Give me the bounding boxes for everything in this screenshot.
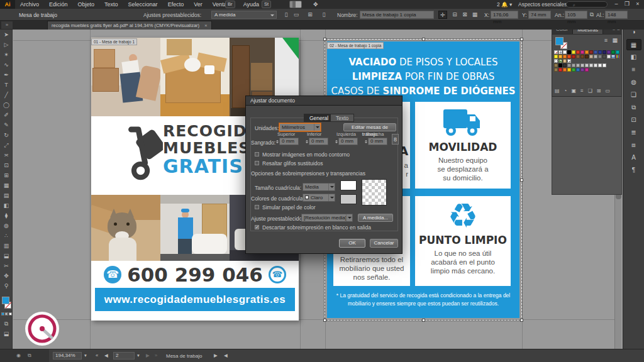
descartar-checkbox[interactable]: ✓ (255, 225, 259, 229)
restore-button[interactable]: ❐ (622, 0, 632, 8)
menu-item[interactable]: Texto (99, 0, 123, 9)
color-themes-icon[interactable]: ◔ (564, 87, 567, 95)
first-artboard-icon[interactable]: « (96, 353, 98, 358)
link-dimensions-icon[interactable]: ⧉ (589, 11, 595, 19)
color-swatch[interactable] (580, 63, 584, 67)
color-swatch[interactable] (572, 55, 575, 58)
delete-swatch-icon[interactable]: ▭ (606, 87, 611, 95)
gradient-panel-icon[interactable]: ◧ (626, 52, 641, 63)
color-mode-icon[interactable] (1, 312, 4, 315)
artboard-list-icon[interactable]: ▾ (137, 353, 140, 358)
width-value-field[interactable]: 105 mm (565, 11, 587, 19)
none-mode-icon[interactable] (9, 312, 12, 315)
color-swatch[interactable] (554, 55, 558, 58)
screen-mode-icon[interactable]: ⬓ (0, 329, 13, 339)
color-swatch[interactable] (580, 68, 584, 72)
fill-color-swatch[interactable] (2, 297, 9, 304)
reg-swatch[interactable]: ✛ (558, 50, 562, 54)
character-panel-icon[interactable]: A (626, 152, 641, 163)
stroke-panel-icon[interactable]: ≡ (626, 64, 641, 75)
bleed-value-field[interactable]: 0 mm (279, 138, 299, 145)
color-swatch[interactable] (602, 50, 606, 54)
swatches-panel-icon[interactable]: ▦ (626, 39, 641, 50)
color-swatch[interactable] (567, 63, 571, 67)
bleed-value-field[interactable]: 0 mm (368, 138, 387, 145)
headline-text[interactable]: VACIADO DE PISOS Y LOCALES LIMPIEZA POR … (327, 55, 519, 99)
color-swatch[interactable] (576, 68, 580, 72)
gradient-tool-icon[interactable]: ◧ (0, 200, 13, 211)
color-swatch[interactable] (611, 50, 615, 54)
swatch-options-icon[interactable]: ≡ (580, 87, 584, 95)
search-input[interactable]: ⌕ (566, 1, 608, 8)
draw-mode-icon[interactable]: ⧉ (0, 319, 13, 329)
pattern-leaf-swatch[interactable] (558, 59, 562, 63)
phone-row[interactable]: ☎ 600 299 046 ☎ (91, 261, 299, 288)
new-swatch-icon[interactable]: ⊞ (597, 87, 601, 95)
color-swatch[interactable] (567, 50, 571, 54)
color-swatch[interactable] (580, 50, 584, 54)
menu-item[interactable]: Efecto (163, 0, 189, 9)
color-swatch[interactable] (572, 63, 575, 67)
stock-button[interactable]: St (262, 1, 271, 8)
height-value-field[interactable]: 148 mm (605, 11, 628, 19)
color-swatch[interactable] (580, 55, 584, 58)
color-swatch[interactable] (567, 55, 571, 58)
stepper-icon[interactable] (334, 138, 338, 145)
list-view-icon[interactable]: ≡ (604, 37, 608, 43)
color-swatch[interactable] (602, 55, 606, 58)
graph-tool-icon[interactable]: ▥ (0, 241, 13, 251)
align-panel-icon[interactable]: ≣ (626, 127, 641, 138)
status-scroll-icon[interactable]: ◀ (224, 353, 228, 358)
glifos-checkbox[interactable] (255, 161, 259, 165)
artboard-2-label[interactable]: 02 - Mesa de trabajo 1 copia (327, 42, 384, 49)
tab-texto[interactable]: Texto (330, 114, 354, 122)
photo-boxes-teapot[interactable] (160, 38, 230, 116)
color-swatch[interactable] (589, 63, 593, 67)
none-swatch[interactable] (554, 50, 558, 54)
swatch-libraries-icon[interactable]: ▤ (555, 87, 560, 95)
colores-dropdown[interactable]: Claro (303, 194, 335, 202)
reference-point-icon[interactable]: ▦ (470, 11, 479, 19)
corner-swatch[interactable] (567, 59, 571, 63)
ok-button[interactable]: OK (339, 239, 365, 248)
line-tool-icon[interactable]: ╱ (0, 90, 13, 100)
layers-panel-icon[interactable]: ❏ (626, 89, 641, 101)
tab-general[interactable]: General (304, 114, 334, 122)
perspective-grid-tool-icon[interactable]: ▦ (0, 180, 13, 190)
color-swatch[interactable] (598, 63, 602, 67)
status-icon-export[interactable]: ⧉ (28, 353, 31, 359)
color-swatch[interactable] (598, 55, 602, 58)
color-swatch[interactable] (585, 55, 589, 58)
card-punto-limpio[interactable]: ♻ PUNTO LIMPIO Lo que no sea útilacabará… (415, 196, 511, 286)
color-swatch[interactable] (594, 55, 597, 58)
symbol-sprayer-tool-icon[interactable]: ∴ (0, 231, 13, 241)
color-swatch[interactable] (598, 50, 602, 54)
artboard-name-input[interactable] (360, 11, 434, 19)
pen-tool-icon[interactable]: ✒ (0, 70, 13, 80)
website-bar[interactable]: www.recogidademueblesgratis.es (95, 288, 295, 311)
color-swatch[interactable] (589, 50, 593, 54)
gpu-hand-icon[interactable]: ✥ (313, 0, 318, 9)
photo-cat-in-box[interactable] (91, 195, 160, 261)
blend-tool-icon[interactable]: ◍ (0, 221, 13, 231)
pattern-dots-swatch[interactable] (554, 59, 558, 63)
close-button[interactable]: × (633, 0, 643, 8)
artboard-options-icon[interactable]: ⊠ (460, 11, 469, 19)
fill-color-indicator[interactable] (555, 37, 564, 45)
photo-man-loading-van[interactable] (160, 195, 230, 261)
menu-item[interactable]: Edición (44, 0, 73, 9)
hand-tool-icon[interactable]: ✥ (0, 271, 13, 281)
color-swatch[interactable] (563, 55, 567, 58)
paragraph-panel-icon[interactable]: ¶ (626, 165, 641, 176)
type-tool-icon[interactable]: T (0, 80, 13, 90)
bridge-button[interactable]: Br (225, 1, 235, 8)
folder-swatch[interactable] (554, 68, 558, 72)
grid-view-icon[interactable]: ▦ (612, 37, 618, 43)
pattern-wood-swatch[interactable] (563, 59, 567, 63)
artboard-tool-icon[interactable]: ⬓ (0, 251, 13, 261)
pathfinder-panel-icon[interactable]: ⧈ (626, 140, 641, 151)
zoom-tool-icon[interactable]: ⚲ (0, 281, 13, 291)
panel-collapse-icon[interactable]: » (1, 21, 13, 29)
link-bleeds-icon[interactable]: 8 (392, 134, 399, 145)
lasso-tool-icon[interactable]: ∿ (0, 60, 13, 70)
